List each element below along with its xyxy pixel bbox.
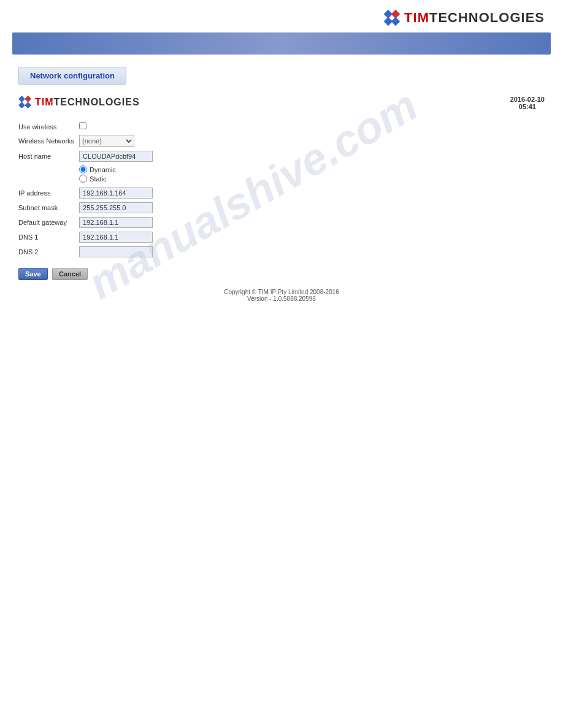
svg-rect-7 bbox=[25, 102, 31, 108]
date-time: 2016-02-10 05:41 bbox=[510, 96, 545, 110]
static-option: Static bbox=[79, 175, 153, 183]
static-radio[interactable] bbox=[79, 175, 87, 183]
version-text: Version - 1.0.5888.20598 bbox=[18, 295, 545, 302]
page-title: Network configuration bbox=[18, 67, 126, 85]
use-wireless-value bbox=[79, 120, 156, 133]
footer: Copyright © TIM IP Pty Limited 2008-2016… bbox=[18, 289, 545, 302]
header-logo: TIMTECHNOLOGIES bbox=[383, 9, 545, 26]
inner-header: TIMTECHNOLOGIES 2016-02-10 05:41 bbox=[18, 96, 545, 110]
page-header: TIMTECHNOLOGIES bbox=[0, 0, 563, 32]
default-gateway-row: Default gateway bbox=[18, 215, 156, 230]
use-wireless-checkbox[interactable] bbox=[79, 122, 86, 129]
dynamic-option: Dynamic bbox=[79, 165, 153, 173]
copyright-text: Copyright © TIM IP Pty Limited 2008-2016 bbox=[18, 289, 545, 295]
form-buttons: Save Cancel bbox=[18, 268, 545, 280]
subnet-mask-input[interactable] bbox=[79, 202, 153, 213]
dns2-label: DNS 2 bbox=[18, 245, 79, 259]
wireless-networks-value: (none) bbox=[79, 133, 156, 149]
host-name-input[interactable] bbox=[79, 151, 153, 162]
dns2-row: DNS 2 bbox=[18, 245, 156, 259]
svg-rect-4 bbox=[18, 96, 25, 102]
ip-address-row: IP address bbox=[18, 186, 156, 200]
content-panel: manualshive.com TIMTECHNOLOGIES 2016-02-… bbox=[18, 96, 545, 302]
ip-address-label: IP address bbox=[18, 186, 79, 200]
dns1-row: DNS 1 bbox=[18, 230, 156, 245]
svg-rect-5 bbox=[25, 96, 31, 102]
wireless-networks-label: Wireless Networks bbox=[18, 133, 79, 149]
default-gateway-input[interactable] bbox=[79, 217, 153, 228]
blue-banner bbox=[12, 32, 551, 55]
default-gateway-label: Default gateway bbox=[18, 215, 79, 230]
inner-logo: TIMTECHNOLOGIES bbox=[18, 96, 140, 109]
header-logo-text: TIMTECHNOLOGIES bbox=[404, 10, 545, 26]
dynamic-row: Dynamic Static bbox=[18, 164, 156, 186]
dns2-input[interactable] bbox=[79, 246, 153, 257]
use-wireless-row: Use wireless bbox=[18, 120, 156, 133]
main-content: Network configuration manualshive.com TI… bbox=[0, 55, 563, 314]
dns1-label: DNS 1 bbox=[18, 230, 79, 245]
static-label: Static bbox=[90, 175, 107, 183]
ip-address-input[interactable] bbox=[79, 188, 153, 199]
time-display: 05:41 bbox=[510, 103, 545, 110]
host-name-value bbox=[79, 149, 156, 164]
tim-logo-icon bbox=[383, 9, 400, 26]
wireless-networks-row: Wireless Networks (none) bbox=[18, 133, 156, 149]
host-name-label: Host name bbox=[18, 149, 79, 164]
subnet-mask-label: Subnet mask bbox=[18, 200, 79, 215]
network-config-form: Use wireless Wireless Networks (none) Ho… bbox=[18, 120, 156, 259]
svg-rect-6 bbox=[18, 102, 25, 108]
subnet-mask-row: Subnet mask bbox=[18, 200, 156, 215]
dynamic-radio[interactable] bbox=[79, 165, 87, 173]
svg-rect-3 bbox=[391, 17, 400, 26]
inner-logo-text: TIMTECHNOLOGIES bbox=[35, 97, 140, 108]
host-name-row: Host name bbox=[18, 149, 156, 164]
date-display: 2016-02-10 bbox=[510, 96, 545, 103]
inner-tim-logo-icon bbox=[18, 96, 32, 109]
wireless-networks-select[interactable]: (none) bbox=[79, 135, 134, 147]
dynamic-label: Dynamic bbox=[90, 166, 116, 173]
use-wireless-label: Use wireless bbox=[18, 120, 79, 133]
cancel-button[interactable]: Cancel bbox=[52, 268, 88, 280]
save-button[interactable]: Save bbox=[18, 268, 48, 280]
dns1-input[interactable] bbox=[79, 232, 153, 243]
